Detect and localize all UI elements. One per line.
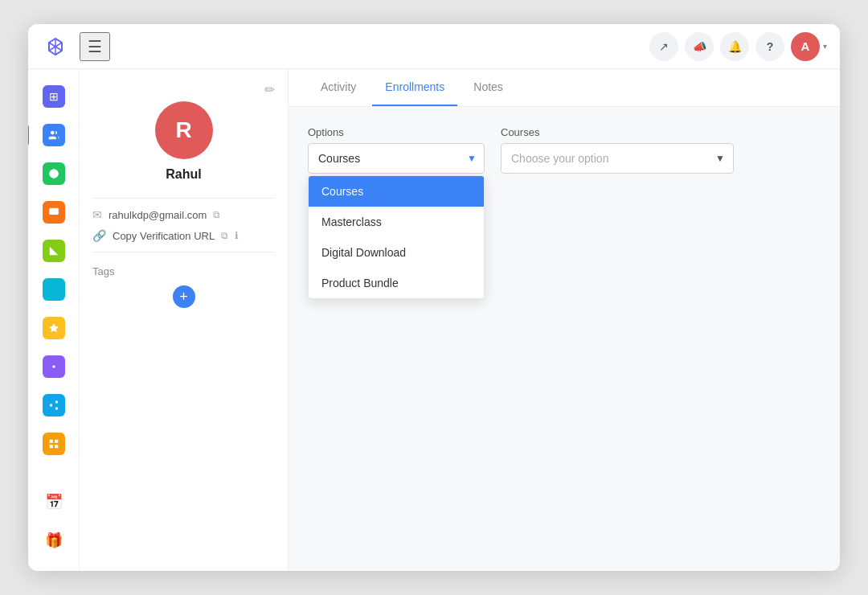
integrations-icon [43, 394, 65, 416]
courses-placeholder: Choose your option [511, 152, 608, 165]
sidebar-item-gift[interactable]: 🎁 [36, 523, 72, 558]
courses-form-group: Courses Choose your option ▼ [501, 126, 734, 174]
svg-line-13 [52, 403, 55, 404]
sidebar-item-analytics[interactable] [36, 272, 72, 307]
svg-rect-3 [49, 208, 59, 215]
bell-icon: 🔔 [728, 40, 742, 53]
tab-activity[interactable]: Activity [308, 69, 369, 106]
dashboard-icon: ⊞ [43, 85, 65, 108]
svg-point-11 [55, 407, 58, 410]
link-icon: 🔗 [92, 229, 106, 242]
add-tag-button[interactable]: + [173, 285, 195, 308]
form-row: Options Courses ▼ Courses Masterclass [308, 126, 821, 174]
help-icon: ? [767, 40, 774, 53]
sidebar-item-reports[interactable] [36, 233, 72, 269]
options-selected-value: Courses [318, 152, 360, 165]
sidebar: ⊞ [28, 69, 80, 571]
svg-rect-16 [55, 445, 58, 448]
sidebar-item-users[interactable] [36, 117, 72, 153]
topbar-right: ↗ 📣 🔔 ? A ▾ [649, 32, 827, 61]
dropdown-item-courses[interactable]: Courses [309, 176, 484, 207]
courses-select-wrap: Choose your option ▼ [501, 143, 734, 174]
globe-icon [43, 162, 65, 185]
svg-point-9 [55, 400, 58, 404]
sidebar-item-globe[interactable] [36, 156, 72, 191]
options-form-group: Options Courses ▼ Courses Masterclass [308, 126, 485, 174]
analytics-icon [43, 278, 65, 301]
info-icon[interactable]: ℹ [235, 230, 239, 241]
gift-icon: 🎁 [45, 531, 63, 549]
profile-panel: ✏ R Rahul ✉ rahulkdp@gmail.com ⧉ 🔗 Copy … [80, 69, 289, 571]
options-dropdown-arrow-icon: ▼ [467, 153, 477, 164]
avatar: A [791, 32, 820, 61]
sidebar-item-integrations[interactable] [36, 388, 72, 423]
courses-label: Courses [501, 126, 734, 138]
external-link-icon: ↗ [659, 40, 669, 53]
tab-enrollments[interactable]: Enrollments [372, 69, 457, 106]
help-button[interactable]: ? [755, 32, 784, 61]
user-avatar: R [155, 101, 213, 159]
menu-button[interactable]: ☰ [80, 32, 110, 61]
calendar-icon: 📅 [45, 493, 63, 511]
megaphone-icon: 📣 [693, 40, 706, 53]
logo [41, 32, 70, 61]
sidebar-item-settings[interactable] [36, 349, 72, 384]
copy-link-label[interactable]: Copy Verification URL [113, 230, 215, 242]
main-layout: ⊞ [28, 69, 840, 571]
external-link-button[interactable]: ↗ [649, 32, 678, 61]
options-select[interactable]: Courses ▼ [308, 143, 485, 174]
sidebar-item-dashboard[interactable]: ⊞ [36, 79, 72, 114]
content-area: ✏ R Rahul ✉ rahulkdp@gmail.com ⧉ 🔗 Copy … [80, 69, 840, 571]
svg-rect-17 [49, 445, 52, 448]
svg-point-0 [50, 131, 54, 135]
svg-rect-15 [55, 440, 58, 443]
tab-notes[interactable]: Notes [461, 69, 516, 106]
megaphone-button[interactable]: 📣 [685, 32, 714, 61]
sidebar-item-orders[interactable] [36, 195, 72, 230]
svg-line-12 [52, 406, 55, 408]
svg-marker-7 [49, 323, 59, 332]
courses-dropdown-arrow-icon: ▼ [715, 153, 725, 164]
dropdown-item-product-bundle[interactable]: Product Bundle [309, 268, 484, 298]
dropdown-item-masterclass[interactable]: Masterclass [309, 207, 484, 237]
tags-section: Tags + [92, 265, 275, 308]
verification-row: 🔗 Copy Verification URL ⧉ ℹ [92, 229, 275, 242]
sidebar-item-reviews[interactable] [36, 310, 72, 346]
edit-icon[interactable]: ✏ [264, 82, 275, 97]
courses-select[interactable]: Choose your option ▼ [501, 143, 734, 174]
svg-point-8 [52, 365, 55, 368]
users-icon [43, 124, 65, 146]
sidebar-item-apps[interactable] [36, 426, 72, 462]
options-label: Options [308, 126, 485, 138]
options-select-wrap: Courses ▼ Courses Masterclass Digital Do… [308, 143, 485, 174]
apps-icon [43, 433, 65, 455]
divider [92, 198, 275, 199]
divider2 [92, 252, 275, 252]
user-email: rahulkdp@gmail.com [108, 209, 207, 221]
chevron-down-icon: ▾ [823, 42, 827, 51]
sidebar-item-calendar[interactable]: 📅 [36, 484, 72, 519]
reports-icon [43, 240, 65, 262]
bell-button[interactable]: 🔔 [720, 32, 749, 61]
copy-link-icon[interactable]: ⧉ [221, 230, 228, 241]
settings-icon [43, 355, 65, 378]
copy-email-icon[interactable]: ⧉ [213, 209, 220, 220]
star-icon [43, 317, 65, 339]
app-window: ☰ ↗ 📣 🔔 ? A ▾ ⊞ [28, 24, 840, 571]
orders-icon [43, 201, 65, 224]
user-name: Rahul [92, 167, 275, 182]
svg-rect-14 [49, 440, 52, 443]
tags-label: Tags [92, 265, 275, 277]
sidebar-bottom: 📅 🎁 [36, 484, 72, 561]
enrollments-content: Options Courses ▼ Courses Masterclass [289, 107, 840, 571]
tabs-bar: Activity Enrollments Notes [289, 69, 840, 107]
svg-point-10 [49, 404, 52, 407]
options-dropdown-list: Courses Masterclass Digital Download Pro… [308, 175, 485, 299]
right-panel: Activity Enrollments Notes Options Cours… [289, 69, 840, 571]
email-row: ✉ rahulkdp@gmail.com ⧉ [92, 208, 275, 221]
dropdown-item-digital-download[interactable]: Digital Download [309, 237, 484, 268]
email-icon: ✉ [92, 208, 102, 221]
topbar: ☰ ↗ 📣 🔔 ? A ▾ [28, 24, 840, 69]
user-menu[interactable]: A ▾ [791, 32, 827, 61]
